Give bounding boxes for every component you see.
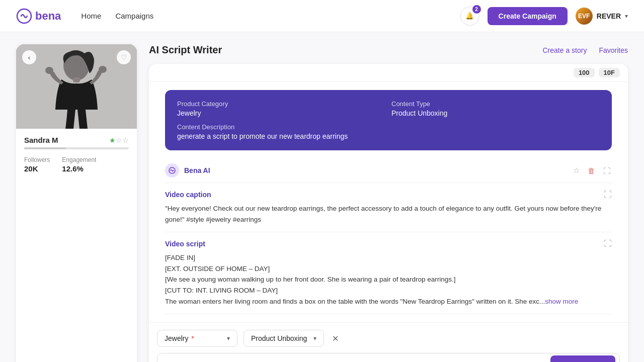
favorites-link[interactable]: Favorites — [599, 46, 628, 54]
count-badge-1: 100 — [574, 68, 595, 77]
content-type-label: Content Type — [391, 100, 600, 108]
content-description-value: generate a script to promote our new tea… — [177, 132, 600, 140]
progress-fill — [24, 147, 66, 149]
nav-right: 🔔 2 Create Campaign EVF REVER ▾ — [460, 7, 628, 26]
prompt-input-row: ✕ Generate → — [157, 353, 620, 362]
followers-label: Followers — [24, 156, 50, 163]
required-indicator: * — [189, 334, 194, 342]
delete-action-button[interactable]: 🗑 — [587, 165, 596, 176]
product-category-value: Jewelry — [177, 109, 385, 117]
logo-text: bena — [35, 10, 61, 23]
generate-button[interactable]: Generate → — [550, 355, 615, 362]
notifications-button[interactable]: 🔔 2 — [460, 7, 479, 26]
prompt-input[interactable] — [166, 357, 534, 362]
video-caption-title: Video caption — [165, 191, 211, 199]
create-campaign-button[interactable]: Create Campaign — [488, 7, 568, 25]
profile-name: Sandra M — [24, 136, 58, 144]
progress-bar — [24, 147, 129, 149]
header-actions: Create a story Favorites — [542, 46, 628, 54]
show-more-link[interactable]: show more — [545, 298, 578, 305]
ai-message-header: Bena AI ☆ 🗑 ⛶ — [165, 158, 612, 183]
svg-point-5 — [99, 66, 107, 73]
dropdowns-row: Jewelry * ▾ Product Unboxing ▾ ✕ — [157, 330, 620, 347]
video-script-title: Video script — [165, 240, 205, 248]
scroll-area[interactable]: Product Category Jewelry Content Type Pr… — [149, 82, 628, 322]
bottom-bar: Jewelry * ▾ Product Unboxing ▾ ✕ ✕ Gener… — [149, 322, 628, 362]
engagement-value: 12.6% — [62, 164, 96, 173]
video-caption-header: Video caption ⛶ — [165, 190, 612, 199]
product-category-label: Product Category — [177, 100, 385, 108]
create-story-link[interactable]: Create a story — [542, 46, 587, 54]
ai-message: Bena AI ☆ 🗑 ⛶ Video caption ⛶ — [165, 158, 612, 314]
info-grid: Product Category Jewelry Content Type Pr… — [177, 100, 600, 117]
ai-actions: ☆ 🗑 ⛶ — [572, 165, 612, 176]
video-caption-text: "Hey everyone! Check out our new teardro… — [165, 203, 612, 225]
category-dropdown[interactable]: Jewelry * ▾ — [157, 330, 237, 347]
content-type-item: Content Type Product Unboxing — [391, 100, 600, 117]
content-type-chevron-icon: ▾ — [313, 335, 316, 342]
svg-point-4 — [45, 67, 53, 74]
nav-home[interactable]: Home — [81, 12, 101, 20]
user-menu[interactable]: EVF REVER ▾ — [576, 8, 628, 25]
clear-input-button[interactable]: ✕ — [539, 360, 545, 362]
content-type-dropdown-label: Product Unboxing — [251, 334, 307, 342]
category-chevron-icon: ▾ — [227, 335, 230, 342]
profile-stars: ★☆☆ — [109, 136, 129, 144]
video-script-header: Video script ⛶ — [165, 239, 612, 248]
chevron-down-icon: ▾ — [625, 13, 628, 20]
followers-value: 20K — [24, 164, 50, 173]
main-layout: ‹ ♡ Sandra M ★☆☆ Followers 20K Engagemen… — [0, 32, 644, 362]
nav-campaigns[interactable]: Campaigns — [115, 12, 153, 20]
nav-links: Home Campaigns — [81, 12, 153, 20]
video-script-text: [FADE IN] [EXT. OUTSIDE OF HOME – DAY] [… — [165, 252, 612, 307]
script-header: AI Script Writer Create a story Favorite… — [149, 44, 628, 56]
engagement-label: Engagement — [62, 156, 96, 163]
svg-rect-3 — [73, 77, 80, 82]
expand-action-button[interactable]: ⛶ — [602, 165, 612, 176]
video-script-section: Video script ⛶ [FADE IN] [EXT. OUTSIDE O… — [165, 232, 612, 314]
profile-name-row: Sandra M ★☆☆ — [24, 136, 129, 144]
favorite-button[interactable]: ♡ — [117, 50, 131, 64]
followers-stat: Followers 20K — [24, 156, 50, 173]
clear-dropdowns-button[interactable]: ✕ — [330, 332, 341, 345]
right-panel: AI Script Writer Create a story Favorite… — [149, 44, 628, 362]
bell-icon: 🔔 — [465, 12, 474, 20]
stats-row: Followers 20K Engagement 12.6% — [24, 156, 129, 173]
notification-badge: 2 — [472, 5, 481, 14]
product-category-item: Product Category Jewelry — [177, 100, 385, 117]
content-description-label: Content Description — [177, 123, 600, 131]
navbar: bena Home Campaigns 🔔 2 Create Campaign … — [0, 0, 644, 32]
content-type-dropdown[interactable]: Product Unboxing ▾ — [244, 330, 324, 347]
copy-script-button[interactable]: ⛶ — [604, 239, 612, 248]
profile-info: Sandra M ★☆☆ Followers 20K Engagement 12… — [16, 129, 137, 180]
script-writer-title: AI Script Writer — [149, 44, 222, 56]
user-name: REVER — [597, 12, 621, 20]
copy-caption-button[interactable]: ⛶ — [604, 190, 612, 199]
ai-name-label: Bena AI — [184, 166, 210, 174]
count-badge-2: 10F — [599, 68, 620, 77]
ai-name-row: Bena AI — [165, 163, 210, 177]
avatar: EVF — [576, 8, 593, 25]
content-description-item: Content Description generate a script to… — [177, 123, 600, 140]
video-caption-section: Video caption ⛶ "Hey everyone! Check out… — [165, 183, 612, 232]
category-dropdown-label: Jewelry * — [165, 334, 194, 342]
profile-image-wrapper: ‹ ♡ — [16, 44, 137, 129]
profile-card: ‹ ♡ Sandra M ★☆☆ Followers 20K Engagemen… — [16, 44, 137, 362]
content-box: 100 10F Product Category Jewelry Content… — [149, 64, 628, 362]
content-header: 100 10F — [149, 64, 628, 82]
content-type-value: Product Unboxing — [391, 109, 600, 117]
ai-icon — [165, 163, 179, 177]
info-block: Product Category Jewelry Content Type Pr… — [165, 90, 612, 150]
back-button[interactable]: ‹ — [22, 50, 36, 64]
engagement-stat: Engagement 12.6% — [62, 156, 96, 173]
nav-left: bena Home Campaigns — [16, 8, 153, 24]
star-action-button[interactable]: ☆ — [572, 165, 581, 176]
logo: bena — [16, 8, 61, 24]
